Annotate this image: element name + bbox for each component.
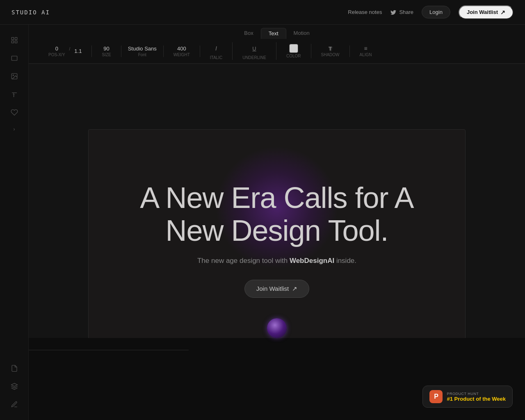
pen-tool[interactable] xyxy=(7,397,22,412)
nav-right: Release notes Share Login Join Waitlist … xyxy=(348,5,514,19)
svg-rect-1 xyxy=(15,37,17,39)
ph-label: PRODUCT HUNT xyxy=(447,392,506,396)
subtext-brand: WebDesignAI xyxy=(290,257,334,265)
layers-tool[interactable] xyxy=(7,379,22,394)
underline-button[interactable]: U xyxy=(248,42,260,55)
arrow-icon: ↗ xyxy=(500,9,505,16)
svg-point-6 xyxy=(13,75,14,75)
toolbar: Box Text Motion 0 POS-X/Y / 1.1 xyxy=(29,25,525,64)
size-control: 90 SIZE xyxy=(92,46,121,57)
canvas-join-button[interactable]: Join Waitlist ↗ xyxy=(244,280,309,298)
release-notes-link[interactable]: Release notes xyxy=(348,9,382,15)
rectangle-tool[interactable] xyxy=(7,51,22,66)
frame-tool[interactable] xyxy=(7,33,22,48)
svg-rect-0 xyxy=(11,37,14,39)
heart-tool[interactable] xyxy=(7,105,22,120)
italic-control: I Italic xyxy=(200,42,233,60)
image-tool[interactable] xyxy=(7,69,22,84)
design-canvas[interactable]: A New Era Calls for A New Design Tool. T… xyxy=(88,129,466,351)
tab-text[interactable]: Text xyxy=(261,28,286,39)
svg-text:T: T xyxy=(13,94,15,98)
tab-box[interactable]: Box xyxy=(237,28,260,39)
canvas-logo-icon xyxy=(267,318,287,338)
bottom-divider xyxy=(29,350,189,350)
share-label: Share xyxy=(399,9,413,15)
logo: STUDIO AI xyxy=(11,9,50,16)
subtext-suffix: inside. xyxy=(334,257,356,265)
position-controls: 0 POS-X/Y / 1.1 xyxy=(39,46,92,57)
svg-rect-4 xyxy=(11,56,17,61)
tab-motion[interactable]: Motion xyxy=(286,28,317,39)
x-control: 0 POS-X/Y xyxy=(45,46,68,57)
color-swatch[interactable] xyxy=(289,44,298,53)
bottom-area xyxy=(0,338,525,420)
product-hunt-badge[interactable]: P PRODUCT HUNT #1 Product of the Week xyxy=(422,386,513,408)
canvas-arrow-icon: ↗ xyxy=(292,285,297,292)
product-hunt-logo: P xyxy=(429,390,443,403)
svg-rect-3 xyxy=(15,41,17,43)
align-control: ≡ Align xyxy=(350,45,382,57)
share-button[interactable]: Share xyxy=(390,9,413,16)
canvas-headline: A New Era Calls for A New Design Tool. xyxy=(117,182,437,247)
canvas-subtext: The new age design tool with WebDesignAI… xyxy=(197,257,356,265)
sidebar-bottom xyxy=(7,361,22,412)
shadow-control: T Shadow xyxy=(311,46,350,57)
join-waitlist-button[interactable]: Join Waitlist ↗ xyxy=(459,5,514,19)
top-nav: STUDIO AI Release notes Share Login Join… xyxy=(0,0,525,25)
subtext-prefix: The new age design tool with xyxy=(197,257,290,265)
align-icon[interactable]: ≡ xyxy=(364,45,367,52)
svg-rect-2 xyxy=(11,41,14,43)
left-sidebar: T › xyxy=(0,25,29,420)
shadow-icon[interactable]: T xyxy=(329,46,332,52)
weight-control: 400 Weight xyxy=(164,46,200,57)
italic-button[interactable]: I xyxy=(210,42,222,55)
login-button[interactable]: Login xyxy=(422,6,450,18)
toolbar-tabs: Box Text Motion xyxy=(29,25,525,39)
underline-control: U Underline xyxy=(233,42,276,60)
y-control: 1.1 xyxy=(71,48,85,54)
toolbar-controls: 0 POS-X/Y / 1.1 90 SIZE xyxy=(29,39,525,64)
page-tool[interactable] xyxy=(7,361,22,376)
text-tool[interactable]: T xyxy=(7,87,22,102)
ph-title: #1 Product of the Week xyxy=(447,396,506,402)
color-control: Color xyxy=(276,44,311,58)
svg-marker-11 xyxy=(11,383,17,387)
product-hunt-text: PRODUCT HUNT #1 Product of the Week xyxy=(447,392,506,402)
font-control[interactable]: Studio Sans Font xyxy=(121,46,164,57)
expand-icon[interactable]: › xyxy=(10,123,18,135)
